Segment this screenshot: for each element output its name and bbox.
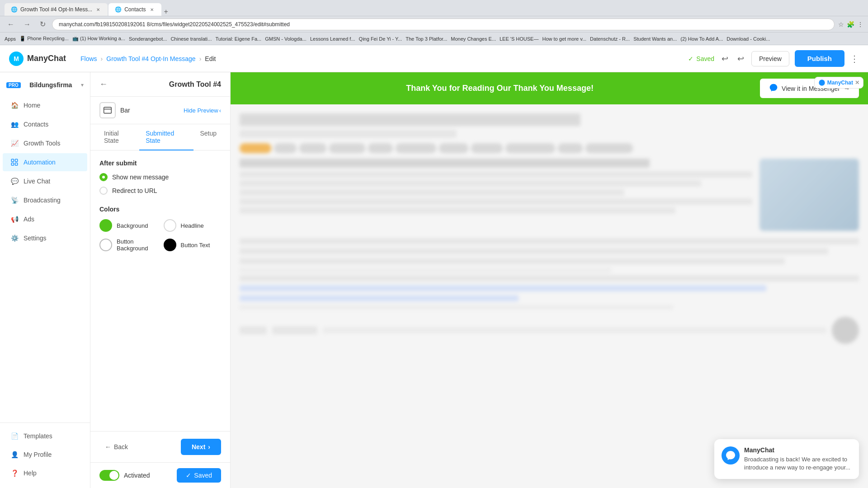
bookmark-8[interactable]: Qing Fei De Yi - Y... <box>359 36 402 42</box>
back-nav-button[interactable]: ← <box>5 19 17 30</box>
bookmark-6[interactable]: GMSN - Vologda... <box>265 36 307 42</box>
next-button[interactable]: Next › <box>181 439 221 455</box>
preview-content <box>231 104 868 353</box>
ads-label: Ads <box>24 216 34 223</box>
active-tab-close[interactable]: ✕ <box>95 6 101 13</box>
bookmark-13[interactable]: Datenschutz - R... <box>590 36 630 42</box>
templates-label: Templates <box>24 432 52 440</box>
address-bar[interactable] <box>52 19 835 30</box>
back-arrow-icon: ← <box>105 443 111 450</box>
settings-icon: ⚙️ <box>10 234 19 243</box>
radio-show-new-message-circle[interactable] <box>99 173 108 181</box>
bookmark-9[interactable]: The Top 3 Platfor... <box>406 36 447 42</box>
bookmark-3[interactable]: Sonderangebot... <box>129 36 167 42</box>
banner-text: Thank You for Reading Our Thank You Mess… <box>240 84 760 93</box>
back-button[interactable]: ← Back <box>99 440 133 454</box>
color-item-headline: Headline <box>164 219 222 232</box>
refresh-nav-button[interactable]: ↻ <box>37 18 48 30</box>
radio-group: Show new message Redirect to URL <box>99 173 221 195</box>
workspace-header[interactable]: PRO Bildungsfirma ▾ <box>0 78 90 92</box>
panel-bottom-bar: Activated ✓ Saved <box>90 462 230 488</box>
next-arrow-icon: › <box>208 443 210 450</box>
redo-button[interactable]: ↩ <box>736 52 746 66</box>
bookmark-7[interactable]: Lessons Learned f... <box>310 36 355 42</box>
breadcrumb-growth-tool[interactable]: Growth Tool #4 Opt-In Message <box>106 55 195 62</box>
tabs: Initial State Submitted State Setup <box>90 124 230 150</box>
sidebar-item-templates[interactable]: 📄 Templates <box>3 427 87 445</box>
contacts-tab[interactable]: 🌐 Contacts ✕ <box>108 3 161 16</box>
bookmark-apps[interactable]: Apps <box>5 36 16 42</box>
sidebar-item-broadcasting[interactable]: 📡 Broadcasting <box>3 191 87 209</box>
breadcrumb-flows[interactable]: Flows <box>80 55 97 62</box>
radio-redirect-to-url-label: Redirect to URL <box>112 187 157 194</box>
bookmark-1[interactable]: 📱 Phone Recycling... <box>19 36 69 42</box>
bookmark-15[interactable]: (2) How To Add A... <box>680 36 723 42</box>
sidebar-item-home[interactable]: 🏠 Home <box>3 96 87 114</box>
color-item-button-text: Button Text <box>164 238 222 252</box>
new-tab-button[interactable]: + <box>162 8 170 16</box>
sidebar-item-live-chat[interactable]: 💬 Live Chat <box>3 172 87 190</box>
svg-rect-4 <box>104 107 112 113</box>
bookmark-icon[interactable]: ☆ <box>838 21 844 28</box>
saved-check-icon: ✓ <box>186 472 191 479</box>
undo-button[interactable]: ↩ <box>720 52 730 66</box>
headline-color-swatch[interactable] <box>164 219 176 232</box>
sidebar-item-contacts[interactable]: 👥 Contacts <box>3 115 87 133</box>
bookmark-5[interactable]: Tutorial: Eigene Fa... <box>215 36 261 42</box>
sidebar-item-automation[interactable]: Automation <box>3 153 87 171</box>
panel-footer: ← Back Next › <box>90 431 230 462</box>
panel-back-arrow-button[interactable]: ← <box>99 80 108 89</box>
saved-button[interactable]: ✓ Saved <box>177 468 221 483</box>
radio-show-new-message[interactable]: Show new message <box>99 173 221 181</box>
more-options-button[interactable]: ⋮ <box>850 53 859 64</box>
bookmark-10[interactable]: Money Changes E... <box>451 36 496 42</box>
bookmark-12[interactable]: How to get more v... <box>542 36 586 42</box>
tab-setup[interactable]: Setup <box>193 124 223 150</box>
sidebar-item-help[interactable]: ❓ Help <box>3 464 87 482</box>
activated-toggle[interactable] <box>99 470 119 481</box>
ads-icon: 📢 <box>10 215 19 224</box>
manychat-logo-icon: M <box>9 52 24 66</box>
toggle-knob <box>109 471 118 480</box>
svg-rect-1 <box>15 159 18 161</box>
sidebar-bottom: 📄 Templates 👤 My Profile ❓ Help <box>0 422 90 483</box>
bar-label: Bar <box>120 107 130 114</box>
active-tab[interactable]: 🌐 Growth Tool #4 Opt-In Mess... ✕ <box>5 3 108 16</box>
bookmark-4[interactable]: Chinese translati... <box>170 36 212 42</box>
extensions-icon[interactable]: 🧩 <box>847 21 854 28</box>
active-tab-favicon: 🌐 <box>11 6 18 13</box>
bookmark-2[interactable]: 📺 (1) How Working a... <box>72 36 125 42</box>
bookmark-14[interactable]: Student Wants an... <box>633 36 677 42</box>
background-color-swatch[interactable] <box>99 219 112 232</box>
active-tab-label: Growth Tool #4 Opt-In Mess... <box>20 6 92 13</box>
bookmark-11[interactable]: LEE 'S HOUSE— <box>500 36 538 42</box>
contacts-tab-close[interactable]: ✕ <box>149 6 155 13</box>
radio-redirect-to-url-circle[interactable] <box>99 187 108 195</box>
bar-icon <box>99 102 116 118</box>
manychat-corner-text: ManyChat <box>827 80 853 86</box>
after-submit-label: After submit <box>99 160 221 167</box>
sidebar-item-growth-tools[interactable]: 📈 Growth Tools <box>3 134 87 152</box>
sidebar-item-ads[interactable]: 📢 Ads <box>3 210 87 228</box>
sidebar-item-settings[interactable]: ⚙️ Settings <box>3 229 87 247</box>
button-background-color-swatch[interactable] <box>99 239 112 251</box>
hide-preview-link[interactable]: Hide Preview ‹ <box>184 107 221 114</box>
svg-point-6 <box>819 80 825 85</box>
preview-button[interactable]: Preview <box>751 51 789 66</box>
manychat-corner-badge: ManyChat ✕ <box>814 77 863 89</box>
radio-redirect-to-url[interactable]: Redirect to URL <box>99 187 221 195</box>
home-label: Home <box>24 102 40 109</box>
publish-button[interactable]: Publish <box>795 50 844 67</box>
workspace-name: Bildungsfirma <box>29 81 72 89</box>
settings-browser-icon[interactable]: ⋮ <box>857 21 863 28</box>
forward-nav-button[interactable]: → <box>21 19 33 30</box>
button-text-color-swatch[interactable] <box>164 239 176 251</box>
colors-grid: Background Headline Button Background Bu… <box>99 219 221 252</box>
contacts-tab-label: Contacts <box>124 6 146 13</box>
templates-icon: 📄 <box>10 432 19 441</box>
tab-initial-state[interactable]: Initial State <box>98 124 139 150</box>
sidebar-item-my-profile[interactable]: 👤 My Profile <box>3 446 87 464</box>
tab-submitted-state[interactable]: Submitted State <box>139 124 193 150</box>
bookmark-16[interactable]: Download - Cooki... <box>726 36 770 42</box>
close-corner-icon[interactable]: ✕ <box>855 80 859 86</box>
